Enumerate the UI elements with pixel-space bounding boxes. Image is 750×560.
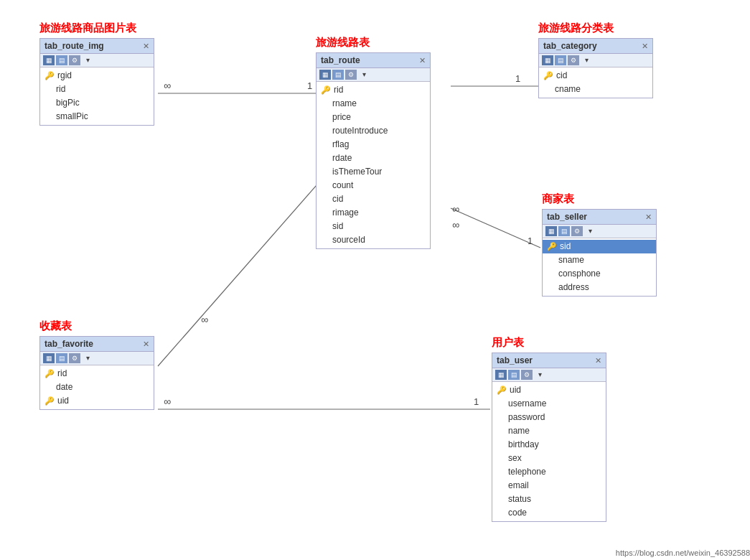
- table-favorite-group: 收藏表 tab_favorite ✕ ▦ ▤ ⚙ ▾ 🔑 rid date 🔑: [39, 319, 154, 410]
- table-category-toolbar: ▦ ▤ ⚙ ▾: [539, 54, 652, 67]
- field-consphone: consphone: [543, 267, 656, 281]
- toolbar-grid-icon: ▦: [43, 55, 55, 65]
- key-icon-user-uid: 🔑: [497, 384, 507, 396]
- table-route-img-close[interactable]: ✕: [143, 42, 149, 51]
- table-user-name: tab_user: [497, 355, 533, 365]
- table-seller-fields: 🔑 sid sname consphone address: [543, 238, 656, 296]
- table-user-title: 用户表: [492, 336, 606, 350]
- field-price: price: [317, 111, 430, 124]
- svg-text:∞: ∞: [452, 219, 459, 230]
- field-status: status: [492, 493, 606, 506]
- table-favorite: tab_favorite ✕ ▦ ▤ ⚙ ▾ 🔑 rid date 🔑 uid: [39, 336, 154, 410]
- table-seller-header: tab_seller ✕: [543, 210, 656, 225]
- table-user-header: tab_user ✕: [492, 353, 606, 368]
- table-route-name: tab_route: [321, 55, 360, 65]
- field-code: code: [492, 506, 606, 520]
- toolbar-gear-icon-f: ⚙: [69, 353, 80, 363]
- table-seller-close[interactable]: ✕: [645, 213, 652, 222]
- toolbar-grid-icon-f: ▦: [43, 353, 55, 363]
- table-route-img-name: tab_route_img: [44, 41, 104, 51]
- table-user-toolbar: ▦ ▤ ⚙ ▾: [492, 368, 606, 382]
- watermark: https://blog.csdn.net/weixin_46392588: [616, 549, 750, 557]
- table-user-close[interactable]: ✕: [595, 356, 601, 365]
- table-favorite-close[interactable]: ✕: [143, 340, 149, 349]
- table-category-close[interactable]: ✕: [642, 42, 648, 51]
- table-route-header: tab_route ✕: [317, 53, 430, 68]
- table-user: tab_user ✕ ▦ ▤ ⚙ ▾ 🔑 uid username passwo…: [492, 353, 606, 522]
- table-route-group: 旅游线路表 tab_route ✕ ▦ ▤ ⚙ ▾ 🔑 rid rname pr…: [316, 36, 431, 249]
- field-count: count: [317, 179, 430, 192]
- table-seller-name: tab_seller: [547, 212, 587, 222]
- table-route-img-toolbar: ▦ ▤ ⚙ ▾: [40, 54, 154, 67]
- field-uid: 🔑 uid: [40, 394, 154, 408]
- key-icon-cid: 🔑: [543, 70, 553, 82]
- table-route-img-header: tab_route_img ✕: [40, 39, 154, 54]
- field-sourceId: sourceId: [317, 233, 430, 247]
- table-seller-group: 商家表 tab_seller ✕ ▦ ▤ ⚙ ▾ 🔑 sid sname con…: [542, 192, 657, 297]
- table-category-group: 旅游线路分类表 tab_category ✕ ▦ ▤ ⚙ ▾ 🔑 cid cna…: [538, 22, 653, 98]
- svg-text:∞: ∞: [452, 203, 459, 215]
- field-rimage: rimage: [317, 206, 430, 220]
- field-user-uid: 🔑 uid: [492, 383, 606, 397]
- toolbar-grid-icon-s: ▦: [545, 226, 557, 236]
- field-routeIntroduce: routeIntroduce: [317, 124, 430, 138]
- toolbar-arrow-icon-s: ▾: [584, 226, 596, 236]
- toolbar-gear-icon-u: ⚙: [521, 370, 533, 380]
- toolbar-gear-icon-s: ⚙: [571, 226, 583, 236]
- toolbar-grid-icon-r: ▦: [319, 70, 331, 80]
- svg-text:∞: ∞: [164, 80, 171, 91]
- svg-text:∞: ∞: [164, 396, 171, 407]
- toolbar-grid-icon-u: ▦: [495, 370, 507, 380]
- field-email: email: [492, 479, 606, 493]
- table-route-close[interactable]: ✕: [419, 56, 426, 65]
- field-smallPic: smallPic: [40, 110, 154, 123]
- field-cname: cname: [539, 83, 652, 96]
- toolbar-arrow-icon-u: ▾: [534, 370, 545, 380]
- field-fav-rid: 🔑 rid: [40, 367, 154, 381]
- table-category: tab_category ✕ ▦ ▤ ⚙ ▾ 🔑 cid cname: [538, 38, 653, 98]
- table-category-name: tab_category: [543, 41, 597, 51]
- table-route-img-group: 旅游线路商品图片表 tab_route_img ✕ ▦ ▤ ⚙ ▾ 🔑 rgid…: [39, 22, 154, 126]
- field-name: name: [492, 424, 606, 438]
- toolbar-arrow-icon: ▾: [82, 55, 93, 65]
- toolbar-gear-icon: ⚙: [69, 55, 80, 65]
- field-cid: 🔑 cid: [539, 69, 652, 83]
- table-seller-toolbar: ▦ ▤ ⚙ ▾: [543, 225, 656, 238]
- table-route-img-title: 旅游线路商品图片表: [39, 22, 154, 35]
- table-user-fields: 🔑 uid username password name birthday se…: [492, 382, 606, 521]
- table-favorite-header: tab_favorite ✕: [40, 337, 154, 352]
- table-category-header: tab_category ✕: [539, 39, 652, 54]
- key-icon-rgid: 🔑: [44, 70, 55, 82]
- field-sid: 🔑 sid: [543, 240, 656, 253]
- table-route-img: tab_route_img ✕ ▦ ▤ ⚙ ▾ 🔑 rgid rid bigPi…: [39, 38, 154, 126]
- toolbar-cols-icon-r: ▤: [332, 70, 344, 80]
- table-seller: tab_seller ✕ ▦ ▤ ⚙ ▾ 🔑 sid sname conspho…: [542, 209, 657, 297]
- field-rid: rid: [40, 83, 154, 96]
- field-sid: sid: [317, 220, 430, 233]
- table-route-fields: 🔑 rid rname price routeIntroduce rflag r…: [317, 82, 430, 248]
- svg-text:1: 1: [528, 235, 533, 246]
- diagram-canvas: ∞ 1 1 ∞ ∞ 1 ∞ ∞ 1 旅游线路商品图片表 tab_route_im…: [0, 0, 750, 560]
- table-category-fields: 🔑 cid cname: [539, 67, 652, 98]
- toolbar-gear-icon-r: ⚙: [345, 70, 357, 80]
- toolbar-cols-icon-f: ▤: [56, 353, 67, 363]
- field-password: password: [492, 411, 606, 424]
- key-icon-sid: 🔑: [547, 241, 557, 253]
- table-route-toolbar: ▦ ▤ ⚙ ▾: [317, 68, 430, 82]
- field-username: username: [492, 397, 606, 411]
- key-icon-route-rid: 🔑: [321, 84, 331, 96]
- field-rdate: rdate: [317, 151, 430, 165]
- field-rgid: 🔑 rgid: [40, 69, 154, 83]
- svg-text:1: 1: [307, 80, 312, 91]
- table-favorite-fields: 🔑 rid date 🔑 uid: [40, 365, 154, 409]
- field-isThemeTour: isThemeTour: [317, 165, 430, 179]
- toolbar-grid-icon-c: ▦: [542, 55, 553, 65]
- field-rname: rname: [317, 97, 430, 111]
- toolbar-cols-icon-s: ▤: [558, 226, 570, 236]
- field-telephone: telephone: [492, 465, 606, 479]
- field-route-rid: 🔑 rid: [317, 83, 430, 97]
- toolbar-cols-icon-c: ▤: [555, 55, 566, 65]
- toolbar-arrow-icon-r: ▾: [358, 70, 370, 80]
- table-route-img-fields: 🔑 rgid rid bigPic smallPic: [40, 67, 154, 125]
- toolbar-gear-icon-c: ⚙: [568, 55, 579, 65]
